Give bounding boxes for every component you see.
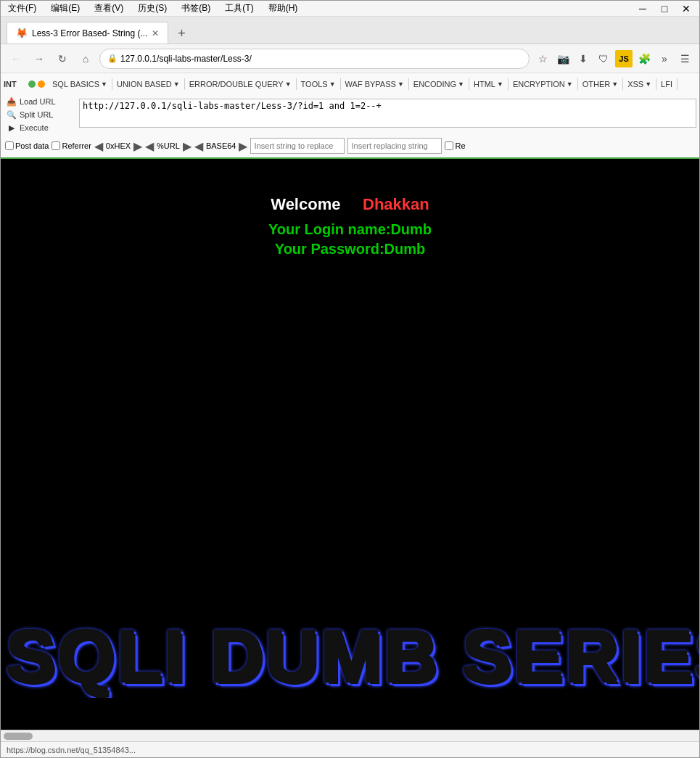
browser-window: 文件(F) 编辑(E) 查看(V) 历史(S) 书签(B) 工具(T) 帮助(H…	[0, 0, 700, 758]
hackbar-menu-other[interactable]: OTHER▼	[578, 78, 623, 90]
username-display: Dhakkan	[363, 195, 429, 213]
menu-tools[interactable]: 工具(T)	[221, 1, 258, 16]
active-tab[interactable]: 🦊 Less-3 Error Based- String (... ✕	[7, 22, 168, 44]
forward-button[interactable]: →	[30, 49, 49, 68]
address-bar: ← → ↻ ⌂ 🔒 ☆ 📷 ⬇ 🛡 JS 🧩 » ☰	[1, 44, 699, 73]
status-dot-orange	[38, 81, 45, 88]
hackbar-menu-tools[interactable]: TOOLS▼	[297, 78, 341, 90]
hackbar-menu-html[interactable]: HTML▼	[469, 78, 508, 90]
insert-string-input[interactable]	[250, 138, 345, 154]
split-url-button[interactable]: 🔍 Split URL	[4, 108, 76, 121]
hackbar-sidebar: 📥 Load URL 🔍 Split URL ▶ Execute	[4, 95, 76, 134]
menu-help[interactable]: 帮助(H)	[264, 1, 302, 16]
execute-icon: ▶	[7, 123, 17, 133]
minimize-button[interactable]: ─	[633, 1, 653, 17]
base64-right-arrow[interactable]: ▶	[239, 139, 247, 153]
hackbar-url-box: http://127.0.0.1/sqli-labs-master/Less-3…	[79, 99, 696, 131]
base64-label: BASE64	[206, 141, 236, 150]
post-data-label: Post data	[15, 141, 49, 150]
menu-history[interactable]: 历史(S)	[133, 1, 171, 16]
welcome-text: Welcome	[271, 195, 340, 213]
hackbar-menu-sql-basics[interactable]: SQL BASICS▼	[48, 78, 112, 90]
hackbar-menu-lfi[interactable]: LFI	[656, 78, 678, 90]
menu-file[interactable]: 文件(F)	[4, 1, 41, 16]
home-button[interactable]: ⌂	[76, 49, 95, 68]
menu-bar: 文件(F) 编辑(E) 查看(V) 历史(S) 书签(B) 工具(T) 帮助(H…	[1, 1, 699, 17]
window-controls: ─ □ ✕	[633, 1, 696, 17]
hex-right-arrow[interactable]: ▶	[133, 139, 142, 153]
horizontal-scrollbar[interactable]	[1, 730, 699, 741]
hackbar-menu-waf-bypass[interactable]: WAF BYPASS▼	[341, 78, 409, 90]
referrer-label: Referrer	[62, 141, 91, 150]
addon-icon[interactable]: 🧩	[635, 50, 653, 67]
hex-left-arrow[interactable]: ◀	[94, 139, 103, 153]
re-checkbox[interactable]	[445, 141, 453, 150]
load-url-icon: 📥	[7, 96, 17, 107]
hackbar-menu-union-based[interactable]: UNION BASED▼	[112, 78, 185, 90]
bookmark-icon[interactable]: ☆	[534, 50, 551, 67]
menu-icon[interactable]: ☰	[676, 50, 693, 67]
execute-button[interactable]: ▶ Execute	[4, 121, 76, 134]
login-name-line: Your Login name:Dumb	[1, 221, 699, 238]
page-content: Welcome Dhakkan Your Login name:Dumb You…	[1, 159, 699, 741]
hackbar-menu-encryption[interactable]: ENCRYPTION▼	[508, 78, 578, 90]
refresh-button[interactable]: ↻	[53, 49, 72, 68]
hackbar-url-input[interactable]: http://127.0.0.1/sqli-labs-master/Less-3…	[79, 99, 696, 128]
re-group: Re	[445, 141, 465, 150]
hex-label: 0xHEX	[106, 141, 131, 150]
load-url-button[interactable]: 📥 Load URL	[4, 95, 76, 108]
status-bar: https://blog.csdn.net/qq_51354843...	[1, 741, 699, 757]
hackbar-toolbar-row: Post data Referrer ◀ 0xHEX ▶ ◀ %URL ▶ ◀ …	[4, 136, 696, 156]
close-button[interactable]: ✕	[676, 1, 696, 17]
status-dot-green	[28, 81, 36, 88]
back-button[interactable]: ←	[7, 49, 25, 68]
hackbar-menu-xss[interactable]: XSS▼	[623, 78, 656, 90]
welcome-line: Welcome Dhakkan	[1, 195, 699, 214]
insert-replacing-input[interactable]	[347, 138, 442, 154]
base64-left-arrow[interactable]: ◀	[194, 139, 203, 153]
hackbar-menu: SQL BASICS▼ UNION BASED▼ ERROR/DOUBLE QU…	[48, 78, 678, 90]
address-input[interactable]	[120, 54, 522, 64]
tab-bar: 🦊 Less-3 Error Based- String (... ✕ +	[1, 17, 699, 44]
post-data-checkbox[interactable]	[5, 141, 14, 150]
tab-close-button[interactable]: ✕	[152, 28, 159, 38]
hackbar-menu-encoding[interactable]: ENCODING▼	[409, 78, 469, 90]
download-icon[interactable]: ⬇	[575, 50, 592, 67]
sqli-title-text: SQLI DUMB SERIES-3	[1, 614, 699, 698]
more-icon[interactable]: »	[656, 50, 673, 67]
hackbar-mid-row: 📥 Load URL 🔍 Split URL ▶ Execute http://…	[4, 94, 696, 136]
new-tab-button[interactable]: +	[171, 23, 192, 44]
re-label: Re	[455, 141, 465, 150]
js-toggle[interactable]: JS	[615, 50, 633, 67]
screenshot-icon[interactable]: 📷	[554, 50, 572, 67]
hackbar: INT SQL BASICS▼ UNION BASED▼ ERROR/DOUBL…	[1, 73, 699, 159]
hackbar-int-label: INT	[4, 80, 25, 88]
percent-right-arrow[interactable]: ▶	[183, 139, 192, 153]
maximize-button[interactable]: □	[654, 1, 675, 17]
status-url: https://blog.csdn.net/qq_51354843...	[7, 746, 136, 754]
hackbar-menu-error-double[interactable]: ERROR/DOUBLE QUERY▼	[185, 78, 297, 90]
address-input-wrap: 🔒	[99, 49, 530, 69]
welcome-area: Welcome Dhakkan Your Login name:Dumb You…	[1, 195, 699, 258]
menu-bookmarks[interactable]: 书签(B)	[177, 1, 215, 16]
menu-edit[interactable]: 编辑(E)	[46, 1, 84, 16]
referrer-group: Referrer	[52, 141, 91, 150]
scrollbar-thumb[interactable]	[4, 733, 33, 740]
referrer-checkbox[interactable]	[52, 141, 60, 150]
post-data-group: Post data	[5, 141, 49, 150]
shield-icon[interactable]: 🛡	[595, 50, 612, 67]
percent-left-arrow[interactable]: ◀	[145, 139, 154, 153]
tab-label: Less-3 Error Based- String (...	[32, 28, 147, 38]
hackbar-top-row: INT SQL BASICS▼ UNION BASED▼ ERROR/DOUBL…	[4, 75, 696, 94]
percent-url-label: %URL	[157, 141, 180, 150]
toolbar-icons: ☆ 📷 ⬇ 🛡 JS 🧩 » ☰	[534, 50, 693, 67]
menu-view[interactable]: 查看(V)	[90, 1, 128, 16]
split-url-icon: 🔍	[7, 110, 17, 120]
password-line: Your Password:Dumb	[1, 241, 699, 258]
